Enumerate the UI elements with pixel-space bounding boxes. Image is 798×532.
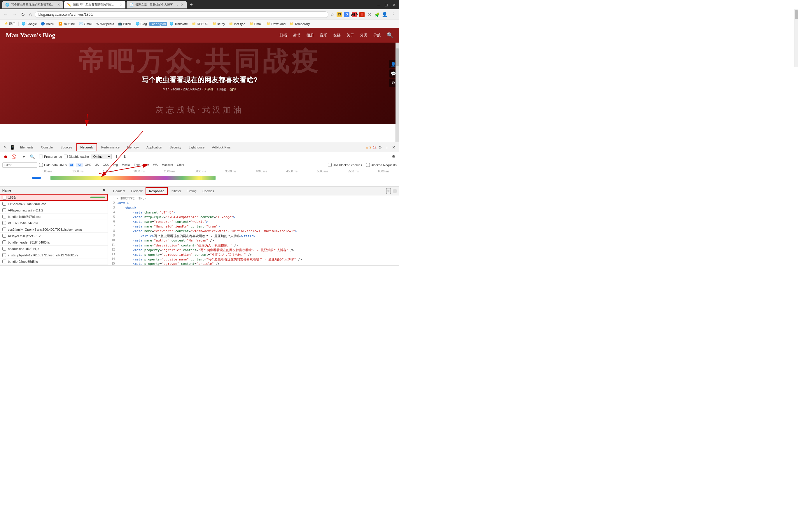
- req-row-aplayer-js[interactable]: APlayer.min.js?v=2.1.2: [0, 233, 108, 239]
- resp-tab-preview[interactable]: Preview: [128, 188, 146, 194]
- tab-3-close[interactable]: ✕: [181, 3, 184, 7]
- network-settings-btn[interactable]: ⚙: [390, 153, 397, 160]
- throttle-select[interactable]: Online Fast 3G Slow 3G Offline: [91, 154, 112, 159]
- bm-translate[interactable]: 🌐 Translate: [168, 21, 189, 26]
- tab-3[interactable]: 📄 管理文章 - 曼亚灿的个人博客 - ... ✕: [127, 1, 187, 8]
- bm-download[interactable]: 📁 Download: [265, 21, 287, 26]
- tab-application[interactable]: Application: [143, 144, 166, 151]
- bm-apps[interactable]: ⚡ 应用: [2, 21, 17, 26]
- filter-all[interactable]: All: [76, 163, 83, 167]
- req-row-aplayer-css[interactable]: APlayer.min.css?v=2.1.2: [0, 207, 108, 213]
- nav-category[interactable]: 分类: [360, 33, 367, 38]
- resp-tab-response[interactable]: Response: [146, 187, 168, 195]
- has-blocked-checkbox[interactable]: [328, 163, 331, 167]
- disable-cache-label[interactable]: Disable cache: [64, 155, 89, 158]
- filter-img[interactable]: Img: [111, 163, 119, 167]
- new-tab-button[interactable]: +: [188, 2, 194, 8]
- req-row-void-css[interactable]: VOID-85f5618f4c.css: [0, 220, 108, 226]
- filter-other[interactable]: Other: [175, 163, 186, 167]
- blocked-requests-label[interactable]: Blocked Requests: [366, 163, 397, 167]
- req-row-header-js[interactable]: header-dba1d6f214.js: [0, 246, 108, 252]
- hide-data-urls-checkbox[interactable]: [39, 163, 43, 167]
- nav-nav[interactable]: 导航: [373, 33, 381, 38]
- tab-console[interactable]: Console: [38, 144, 56, 151]
- preserve-log-checkbox[interactable]: [39, 155, 43, 158]
- req-row-bundle-css[interactable]: bundle-1e9bf597b1.css: [0, 213, 108, 220]
- req-checkbox-6[interactable]: [2, 228, 6, 231]
- bm-temporary[interactable]: 📁 Temporary: [288, 21, 311, 26]
- upload-btn[interactable]: ⬆: [113, 153, 120, 160]
- nav-album[interactable]: 相册: [306, 33, 314, 38]
- nav-about[interactable]: 关于: [346, 33, 354, 38]
- filter-manifest[interactable]: Manifest: [160, 163, 175, 167]
- close-panel-btn[interactable]: ✕: [103, 188, 105, 192]
- filter-media[interactable]: Media: [120, 163, 132, 167]
- req-checkbox-9[interactable]: [2, 247, 6, 250]
- has-blocked-label[interactable]: Has blocked cookies: [328, 163, 362, 167]
- close-ext-icon[interactable]: ✕: [367, 12, 372, 17]
- req-checkbox-8[interactable]: [2, 240, 6, 244]
- tab-performance[interactable]: Performance: [98, 144, 123, 151]
- blocked-requests-checkbox[interactable]: [366, 163, 370, 167]
- devtools-more-btn[interactable]: ⋮: [384, 144, 390, 151]
- bm-youtube[interactable]: ▶️ Youtube: [57, 21, 77, 26]
- preserve-log-label[interactable]: Preserve log: [39, 155, 62, 158]
- tab-sources[interactable]: Sources: [57, 144, 76, 151]
- address-bar[interactable]: [35, 12, 328, 18]
- req-checkbox-10[interactable]: [2, 253, 6, 257]
- filter-input[interactable]: [2, 163, 37, 168]
- tab-2[interactable]: ✏️ 编辑 写个爬虫看看现在的网友都... ✕: [64, 1, 126, 8]
- pdf-ext-icon[interactable]: 📕: [359, 12, 365, 17]
- nav-archive[interactable]: 归档: [280, 33, 287, 38]
- bm-blog[interactable]: 🌐 Blog: [134, 21, 149, 26]
- clear-button[interactable]: 🚫: [11, 153, 17, 160]
- req-checkbox-3[interactable]: [2, 208, 6, 212]
- req-checkbox-5[interactable]: [2, 221, 6, 225]
- bm-study[interactable]: 📁 study: [211, 21, 227, 26]
- devtools-settings-btn[interactable]: ⚙: [377, 144, 383, 151]
- devtools-device-btn[interactable]: 📱: [9, 144, 16, 151]
- hide-data-urls-label[interactable]: Hide data URLs: [39, 163, 67, 167]
- tab-1-close[interactable]: ✕: [57, 3, 60, 7]
- tab-2-close[interactable]: ✕: [119, 3, 122, 7]
- bm-engvid[interactable]: BV engVid: [149, 22, 167, 26]
- req-row-exsearch[interactable]: ExSearch-391ac63801.css: [0, 201, 108, 207]
- minimize-button[interactable]: ─: [377, 3, 381, 7]
- home-button[interactable]: ⌂: [28, 12, 33, 18]
- bm-lifestyle[interactable]: 📁 lifeStyle: [227, 21, 247, 26]
- req-row-zstat[interactable]: z_stat.php?id=12761081728web_id=12761081…: [0, 252, 108, 259]
- filter-ws[interactable]: WS: [151, 163, 159, 167]
- resp-tab-initiator[interactable]: Initiator: [168, 188, 184, 194]
- nav-read[interactable]: 读书: [293, 33, 300, 38]
- profile-icon[interactable]: 👤: [382, 12, 387, 17]
- bm-bilibili[interactable]: 📺 Bilibili: [116, 21, 133, 26]
- req-row-fonts[interactable]: css?family=Open+Sans:300,400,700&display…: [0, 226, 108, 233]
- bm-baidu[interactable]: 🔵 Baidu: [39, 21, 56, 26]
- bookmark-star-icon[interactable]: ☆: [330, 12, 334, 17]
- disable-cache-checkbox[interactable]: [64, 155, 68, 158]
- search-button[interactable]: 🔍: [29, 153, 35, 160]
- tab-lighthouse[interactable]: Lighthouse: [185, 144, 208, 151]
- comments-link[interactable]: 0 评论: [204, 87, 213, 91]
- resp-tab-timing[interactable]: Timing: [184, 188, 200, 194]
- abp-ext-icon[interactable]: ABP: [352, 12, 357, 17]
- close-button[interactable]: ✕: [393, 3, 397, 7]
- resp-close-btn[interactable]: ✕: [386, 188, 391, 194]
- bm-debug[interactable]: 📁 DEBUG: [190, 21, 210, 26]
- filter-css[interactable]: CSS: [101, 163, 111, 167]
- tab-security[interactable]: Security: [166, 144, 185, 151]
- tab-adblock[interactable]: Adblock Plus: [209, 144, 234, 151]
- req-checkbox-1[interactable]: [3, 196, 6, 200]
- extensions-icon[interactable]: 🧩: [375, 12, 380, 17]
- req-checkbox-4[interactable]: [2, 215, 6, 218]
- bm-google[interactable]: 🌐 Google: [20, 21, 38, 26]
- nav-music[interactable]: 音乐: [320, 33, 327, 38]
- back-button[interactable]: ←: [2, 12, 10, 18]
- bm-wikipedia[interactable]: W Wikipedia: [95, 22, 116, 26]
- tab-1[interactable]: 🌐 写个爬虫看看现在的网友都喜欢... ✕: [2, 1, 63, 8]
- filter-toggle[interactable]: ▼: [21, 153, 27, 160]
- forward-button[interactable]: →: [11, 12, 18, 18]
- filter-xhr[interactable]: XHR: [83, 163, 93, 167]
- filter-font[interactable]: Font: [132, 163, 141, 167]
- resp-tab-headers[interactable]: Headers: [110, 188, 128, 194]
